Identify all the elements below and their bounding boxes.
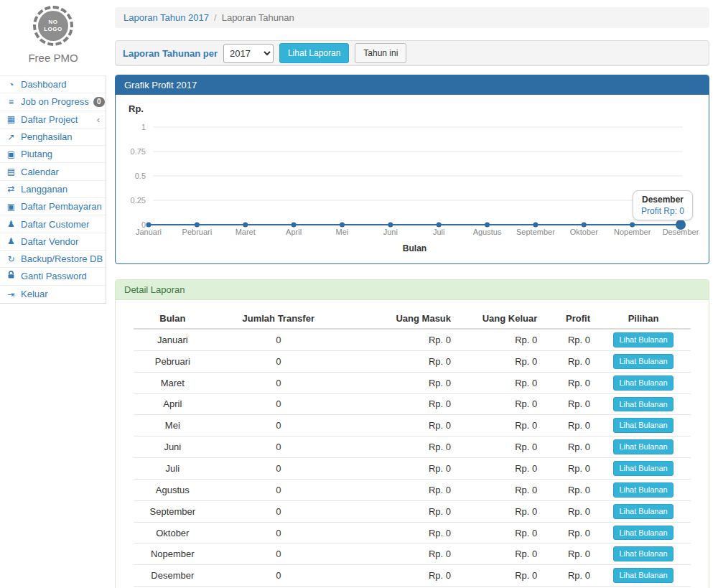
sidebar-item-label: Job on Progress — [21, 96, 89, 107]
sidebar-item-label: Daftar Vendor — [21, 236, 78, 247]
cell-uang-masuk: Rp. 0 — [345, 543, 457, 565]
cell-action: Lihat Bulanan — [596, 565, 691, 587]
sidebar-item-label: Keluar — [21, 289, 48, 299]
svg-text:Bulan: Bulan — [403, 243, 426, 253]
cell-uang-keluar: Rp. 0 — [457, 350, 543, 372]
sidebar-item-daftar-project[interactable]: ▦Daftar Project‹ — [0, 111, 106, 129]
cell-month: September — [134, 500, 212, 522]
toolbar-label: Laporan Tahunan per — [123, 48, 218, 59]
cell-profit: Rp. 0 — [543, 479, 596, 500]
sidebar-item-ganti-password[interactable]: Ganti Password — [0, 268, 106, 285]
cell-uang-keluar: Rp. 0 — [457, 479, 543, 500]
sidebar-item-keluar[interactable]: ⇥Keluar — [0, 286, 106, 303]
sidebar-item-backup-restore-db[interactable]: ↻Backup/Restore DB — [0, 251, 106, 268]
svg-text:0.75: 0.75 — [131, 147, 146, 156]
cell-profit: Rp. 0 — [543, 329, 596, 350]
cell-action: Lihat Bulanan — [596, 479, 691, 500]
cell-profit: Rp. 0 — [543, 393, 596, 415]
sidebar-item-penghasilan[interactable]: ↗Penghasilan — [0, 129, 106, 146]
lihat-bulanan-button[interactable]: Lihat Bulanan — [613, 332, 673, 347]
cell-month: Juni — [134, 437, 212, 458]
cell-profit: Rp. 0 — [543, 543, 596, 565]
sidebar-item-piutang[interactable]: ▣Piutang — [0, 146, 106, 163]
lihat-bulanan-button[interactable]: Lihat Bulanan — [613, 354, 673, 369]
cell-action: Lihat Bulanan — [596, 393, 691, 415]
year-select[interactable]: 2017 — [223, 44, 274, 63]
view-report-button[interactable]: Lihat Laporan — [279, 43, 349, 63]
cell-uang-keluar: Rp. 0 — [457, 437, 543, 458]
breadcrumb-separator: / — [214, 12, 217, 23]
lihat-bulanan-button[interactable]: Lihat Bulanan — [613, 526, 673, 541]
cell-uang-masuk: Rp. 0 — [345, 522, 457, 543]
cell-action: Lihat Bulanan — [596, 543, 691, 565]
svg-text:Desember: Desember — [663, 228, 699, 236]
svg-text:0.5: 0.5 — [135, 172, 146, 180]
sidebar-item-langganan[interactable]: ⇄Langganan — [0, 181, 106, 198]
cell-jumlah-transfer: 0 — [212, 372, 345, 393]
lihat-bulanan-button[interactable]: Lihat Bulanan — [613, 439, 673, 454]
svg-text:September: September — [516, 228, 555, 236]
cell-jumlah-transfer: 0 — [212, 437, 345, 458]
detail-report-panel: Detail Laporan Bulan Jumlah Transfer Uan… — [115, 279, 709, 588]
lihat-bulanan-button[interactable]: Lihat Bulanan — [613, 568, 673, 583]
cell-jumlah-transfer: 0 — [212, 565, 345, 587]
sidebar-item-calendar[interactable]: ▤Calendar — [0, 163, 106, 180]
cell-uang-masuk: Rp. 0 — [345, 565, 457, 587]
svg-text:Agustus: Agustus — [473, 228, 502, 236]
cell-uang-masuk: Rp. 0 — [345, 500, 457, 522]
report-toolbar: Laporan Tahunan per 2017 Lihat Laporan T… — [115, 40, 709, 66]
table-row: Nopember0Rp. 0Rp. 0Rp. 0Lihat Bulanan — [134, 543, 691, 565]
cell-action: Lihat Bulanan — [596, 415, 691, 437]
col-uang-keluar: Uang Keluar — [457, 309, 543, 329]
cell-profit: Rp. 0 — [543, 350, 596, 372]
cell-uang-keluar: Rp. 0 — [457, 415, 543, 437]
cell-action: Lihat Bulanan — [596, 372, 691, 393]
cell-profit: Rp. 0 — [543, 500, 596, 522]
sidebar-item-label: Daftar Customer — [21, 219, 89, 230]
report-body: Bulan Jumlah Transfer Uang Masuk Uang Ke… — [116, 300, 709, 588]
this-year-button[interactable]: Tahun ini — [355, 43, 406, 63]
table-row: Oktober0Rp. 0Rp. 0Rp. 0Lihat Bulanan — [134, 522, 691, 543]
cell-uang-keluar: Rp. 0 — [457, 543, 543, 565]
lihat-bulanan-button[interactable]: Lihat Bulanan — [613, 418, 673, 433]
table-row: April0Rp. 0Rp. 0Rp. 0Lihat Bulanan — [134, 393, 691, 415]
users-icon: ♟ — [6, 236, 17, 246]
brand-name: Free PMO — [0, 52, 106, 64]
cell-uang-keluar: Rp. 0 — [457, 393, 543, 415]
sidebar-item-job-on-progress[interactable]: ≡Job on Progress0 — [0, 93, 106, 111]
sidebar-item-daftar-customer[interactable]: ♟Daftar Customer — [0, 215, 106, 233]
breadcrumb-link[interactable]: Laporan Tahun 2017 — [123, 12, 209, 23]
sidebar-item-daftar-pembayaran[interactable]: ▣Daftar Pembayaran — [0, 198, 106, 215]
sidebar-item-daftar-vendor[interactable]: ♟Daftar Vendor — [0, 233, 106, 251]
cell-uang-masuk: Rp. 0 — [345, 350, 457, 372]
cell-profit: Rp. 0 — [543, 458, 596, 480]
cell-month: Oktober — [134, 522, 212, 543]
cell-profit: Rp. 0 — [543, 437, 596, 458]
svg-text:April: April — [286, 228, 302, 236]
cell-jumlah-transfer: 0 — [212, 522, 345, 543]
lihat-bulanan-button[interactable]: Lihat Bulanan — [613, 504, 673, 519]
page: NO LOGO Free PMO ◔Dashboard≡Job on Progr… — [0, 0, 718, 588]
tachometer-icon: ◔ — [6, 80, 17, 90]
table-row: Agustus0Rp. 0Rp. 0Rp. 0Lihat Bulanan — [134, 479, 691, 500]
lihat-bulanan-button[interactable]: Lihat Bulanan — [613, 461, 673, 476]
lihat-bulanan-button[interactable]: Lihat Bulanan — [613, 546, 673, 561]
table-row: Juli0Rp. 0Rp. 0Rp. 0Lihat Bulanan — [134, 458, 691, 480]
lihat-bulanan-button[interactable]: Lihat Bulanan — [613, 397, 673, 412]
cell-profit: Rp. 0 — [543, 415, 596, 437]
sidebar-item-dashboard[interactable]: ◔Dashboard — [0, 76, 106, 93]
cell-uang-keluar: Rp. 0 — [457, 458, 543, 480]
svg-text:1: 1 — [141, 123, 146, 131]
sidebar-item-label: Backup/Restore DB — [21, 253, 103, 264]
lihat-bulanan-button[interactable]: Lihat Bulanan — [613, 482, 673, 498]
svg-text:Maret: Maret — [236, 228, 256, 236]
sidebar-item-label: Penghasilan — [21, 131, 73, 142]
retweet-icon: ⇄ — [6, 184, 17, 194]
money-icon: ▣ — [6, 202, 17, 212]
money-icon: ▣ — [6, 149, 17, 159]
cell-month: Juli — [134, 458, 212, 480]
count-badge: 0 — [93, 97, 105, 107]
lihat-bulanan-button[interactable]: Lihat Bulanan — [613, 375, 673, 391]
breadcrumb: Laporan Tahun 2017/Laporan Tahunan — [115, 7, 709, 28]
brand-block: NO LOGO Free PMO — [0, 0, 106, 67]
